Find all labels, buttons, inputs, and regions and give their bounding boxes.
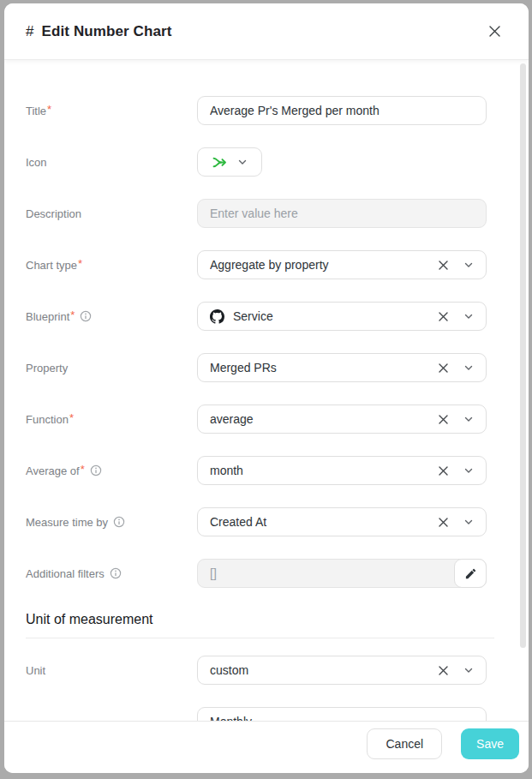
modal-header: #Edit Number Chart [4,3,529,60]
cancel-button[interactable]: Cancel [367,728,442,759]
edit-filters-button[interactable] [454,559,487,588]
chart-type-select[interactable]: Aggregate by property [197,250,487,279]
modal-title: #Edit Number Chart [26,23,171,40]
title-input[interactable] [197,96,487,125]
clear-icon[interactable] [438,260,449,271]
function-label: Function* [26,413,74,426]
required-asterisk: * [47,103,51,116]
pencil-icon [464,567,477,580]
chevron-down-icon[interactable] [463,517,474,527]
clear-icon[interactable] [438,414,449,425]
chart-type-value: Aggregate by property [210,258,431,272]
blueprint-label: Blueprint* [26,310,75,323]
section-title: Unit of measurement [26,612,494,627]
section-divider [26,638,494,638]
form-row-blueprint: Blueprint* Service [26,302,529,331]
blueprint-select[interactable]: Service [197,302,487,331]
blueprint-value-text: Service [233,309,273,323]
measure-time-by-select[interactable]: Created At [197,507,487,536]
description-label: Description [26,207,81,220]
save-button[interactable]: Save [461,728,519,759]
title-label: Title* [26,105,51,117]
custom-unit-input[interactable] [197,707,487,721]
unit-select[interactable]: custom [197,656,487,685]
info-icon[interactable] [90,464,102,476]
average-of-select[interactable]: month [197,456,487,485]
clear-icon[interactable] [438,465,449,476]
clear-icon[interactable] [438,311,449,322]
unit-value: custom [210,663,431,677]
chart-type-label: Chart type* [26,259,82,272]
clear-icon[interactable] [438,665,449,676]
unit-label: Unit [26,664,45,677]
form-row-title: Title* [26,96,529,125]
required-asterisk: * [70,309,75,321]
git-merge-icon [212,155,227,170]
chevron-down-icon[interactable] [463,260,474,270]
form-row-additional-filters: Additional filters [26,559,529,588]
form-row-measure-time-by: Measure time by Created At [26,507,529,536]
chevron-down-icon[interactable] [463,414,474,424]
icon-dropdown[interactable] [197,147,262,177]
property-select[interactable]: Merged PRs [197,353,487,382]
modal-form: Title* Icon [4,60,529,721]
description-input[interactable] [197,199,487,228]
close-icon [488,25,501,38]
function-select[interactable]: average [197,404,487,434]
property-label: Property [26,362,68,375]
info-icon[interactable] [80,310,92,322]
required-asterisk: * [78,257,82,270]
info-icon[interactable] [110,567,122,579]
form-row-function: Function* average [26,404,529,434]
chevron-down-icon[interactable] [463,665,474,675]
modal-footer: Cancel Save [4,721,529,773]
section-unit-of-measurement: Unit of measurement [26,612,494,638]
form-row-icon: Icon [26,147,529,177]
chevron-down-icon[interactable] [463,311,474,321]
form-row-average-of: Average of* month [26,456,529,485]
form-row-chart-type: Chart type* Aggregate by property [26,250,529,279]
average-of-value: month [210,464,431,477]
modal-title-text: Edit Number Chart [42,23,172,39]
form-row-custom-unit [26,707,529,721]
measure-time-by-value: Created At [210,515,431,529]
average-of-label: Average of* [26,464,85,477]
form-row-unit: Unit custom [26,656,529,685]
info-icon[interactable] [113,516,125,528]
icon-label: Icon [26,156,47,169]
close-button[interactable] [482,20,506,44]
measure-time-by-label: Measure time by [26,516,108,529]
scrollbar[interactable] [520,63,526,648]
chevron-down-icon [237,157,248,167]
required-asterisk: * [69,411,74,424]
additional-filters-input [197,559,487,588]
blueprint-value: Service [210,309,431,324]
number-chart-hash-icon: # [26,23,34,39]
form-row-property: Property Merged PRs [26,353,529,382]
property-value: Merged PRs [210,361,431,375]
clear-icon[interactable] [438,363,449,374]
clear-icon[interactable] [438,517,449,528]
github-icon [210,309,224,324]
function-value: average [210,412,431,426]
chevron-down-icon[interactable] [463,363,474,373]
form-row-description: Description [26,199,529,228]
additional-filters-label: Additional filters [26,567,105,580]
required-asterisk: * [81,463,85,476]
edit-number-chart-modal: #Edit Number Chart Title* Icon [4,3,529,773]
chevron-down-icon[interactable] [463,465,474,476]
